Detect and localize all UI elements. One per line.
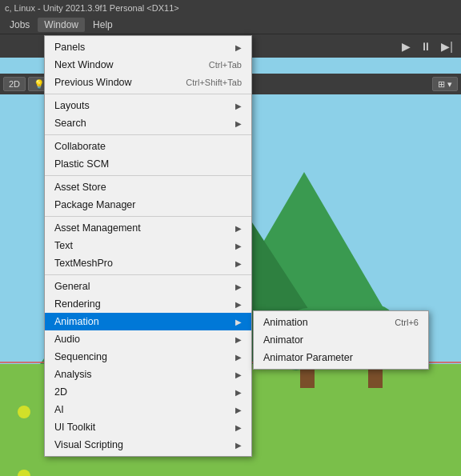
menu-jobs[interactable]: Jobs <box>3 18 36 32</box>
submenu-animator-parameter[interactable]: Animator Parameter <box>254 349 428 366</box>
arrow-icon: ▶ <box>235 300 242 309</box>
menu-item-package-manager[interactable]: Package Manager <box>45 196 251 214</box>
separator-2 <box>45 134 251 135</box>
pause-button[interactable]: ⏸ <box>417 38 435 54</box>
menu-help[interactable]: Help <box>86 18 119 32</box>
menu-item-asset-management[interactable]: Asset Management ▶ <box>45 219 251 237</box>
menu-item-plastic-scm[interactable]: Plastic SCM <box>45 155 251 173</box>
submenu-animator[interactable]: Animator <box>254 331 428 349</box>
menu-item-prev-window[interactable]: Previous Window Ctrl+Shift+Tab <box>45 74 251 91</box>
animation-submenu: Animation Ctrl+6 Animator Animator Param… <box>253 310 429 370</box>
separator-1 <box>45 94 251 94</box>
arrow-icon: ▶ <box>235 353 242 362</box>
grid-button[interactable]: ⊞ ▾ <box>432 77 458 91</box>
arrow-icon: ▶ <box>235 406 242 414</box>
menu-bar: Jobs Window Help <box>0 16 461 34</box>
menu-item-audio[interactable]: Audio ▶ <box>45 330 251 348</box>
title-bar: c, Linux - Unity 2021.3.9f1 Personal <DX… <box>0 0 461 16</box>
menu-item-analysis[interactable]: Analysis ▶ <box>45 366 251 383</box>
arrow-icon: ▶ <box>235 423 242 432</box>
play-button[interactable]: ▶ <box>399 38 414 54</box>
title-text: c, Linux - Unity 2021.3.9f1 Personal <DX… <box>5 3 179 13</box>
submenu-animation-window[interactable]: Animation Ctrl+6 <box>254 314 428 331</box>
arrow-icon: ▶ <box>235 282 242 291</box>
arrow-icon: ▶ <box>235 259 242 268</box>
menu-item-textmeshpro[interactable]: TextMeshPro ▶ <box>45 254 251 272</box>
menu-item-2d[interactable]: 2D ▶ <box>45 383 251 401</box>
menu-item-next-window[interactable]: Next Window Ctrl+Tab <box>45 56 251 74</box>
arrow-icon: ▶ <box>235 242 242 250</box>
arrow-icon: ▶ <box>235 318 242 326</box>
separator-5 <box>45 274 251 275</box>
menu-item-search[interactable]: Search ▶ <box>45 114 251 132</box>
menu-item-general[interactable]: General ▶ <box>45 278 251 295</box>
menu-item-asset-store[interactable]: Asset Store <box>45 178 251 196</box>
menu-item-text[interactable]: Text ▶ <box>45 237 251 254</box>
arrow-icon: ▶ <box>235 388 242 397</box>
menu-item-visual-scripting[interactable]: Visual Scripting ▶ <box>45 436 251 454</box>
arrow-icon: ▶ <box>235 224 242 233</box>
menu-item-rendering[interactable]: Rendering ▶ <box>45 295 251 313</box>
svg-point-14 <box>18 406 30 418</box>
menu-item-collaborate[interactable]: Collaborate <box>45 138 251 155</box>
arrow-icon: ▶ <box>235 335 242 344</box>
menu-item-ui-toolkit[interactable]: UI Toolkit ▶ <box>45 418 251 436</box>
menu-item-panels[interactable]: Panels ▶ <box>45 38 251 56</box>
separator-4 <box>45 216 251 217</box>
2d-button[interactable]: 2D <box>3 77 26 91</box>
menu-item-sequencing[interactable]: Sequencing ▶ <box>45 348 251 366</box>
arrow-icon: ▶ <box>235 119 242 128</box>
dropdown-menu-container: Panels ▶ Next Window Ctrl+Tab Previous W… <box>44 35 252 457</box>
menu-item-animation[interactable]: Animation ▶ Animation Ctrl+6 Animator An… <box>45 313 251 330</box>
arrow-icon: ▶ <box>235 102 242 110</box>
separator-3 <box>45 175 251 176</box>
menu-item-ai[interactable]: AI ▶ <box>45 401 251 418</box>
arrow-icon: ▶ <box>235 370 242 379</box>
window-dropdown: Panels ▶ Next Window Ctrl+Tab Previous W… <box>44 35 252 457</box>
menu-window[interactable]: Window <box>38 18 85 32</box>
arrow-icon: ▶ <box>235 43 242 52</box>
step-button[interactable]: ▶| <box>438 38 456 54</box>
menu-item-layouts[interactable]: Layouts ▶ <box>45 97 251 114</box>
arrow-icon: ▶ <box>235 441 242 450</box>
